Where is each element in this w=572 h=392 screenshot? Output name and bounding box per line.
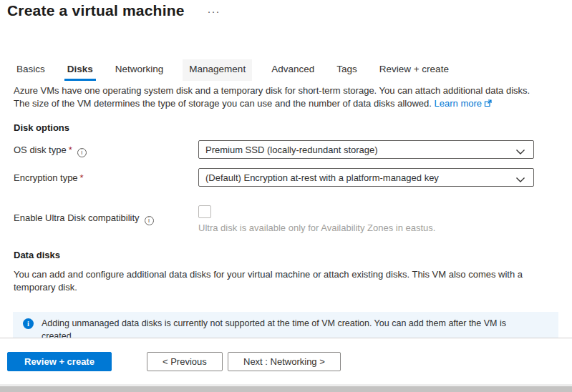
os-disk-type-value: Premium SSD (locally-redundant storage)	[205, 144, 378, 155]
encryption-type-label: Encryption type*	[14, 172, 84, 183]
disk-options-heading: Disk options	[14, 122, 69, 133]
required-asterisk: *	[69, 144, 72, 155]
page-title: Create a virtual machine	[7, 2, 185, 19]
os-disk-type-label: OS disk type*i	[14, 144, 87, 157]
info-banner: i Adding unmanaged data disks is current…	[13, 312, 558, 338]
tab-advanced[interactable]: Advanced	[268, 59, 317, 81]
more-options-button[interactable]: ···	[205, 4, 223, 19]
ultra-disk-checkbox[interactable]	[198, 205, 211, 218]
info-icon: i	[23, 318, 34, 329]
window-bottom-edge	[0, 384, 572, 392]
data-disks-heading: Data disks	[14, 250, 60, 260]
tab-networking[interactable]: Networking	[112, 59, 167, 81]
intro-line-2: The size of the VM determines the type o…	[14, 97, 565, 111]
review-create-button[interactable]: Review + create	[7, 352, 112, 371]
intro-text: Azure VMs have one operating system disk…	[14, 84, 565, 110]
tab-disks[interactable]: Disks	[64, 59, 96, 81]
os-disk-type-select[interactable]: Premium SSD (locally-redundant storage)	[198, 140, 534, 159]
tab-management[interactable]: Management	[183, 59, 252, 81]
create-vm-page: Create a virtual machine ··· Basics Disk…	[0, 0, 572, 392]
info-banner-text: Adding unmanaged data disks is currently…	[42, 317, 543, 338]
required-asterisk: *	[80, 172, 84, 183]
header: Create a virtual machine ···	[7, 2, 223, 19]
info-icon[interactable]: i	[77, 148, 87, 157]
intro-line-1: Azure VMs have one operating system disk…	[14, 84, 565, 97]
ultra-disk-helper-text: Ultra disk is available only for Availab…	[198, 222, 435, 233]
external-link-icon	[484, 98, 492, 111]
tab-basics[interactable]: Basics	[14, 59, 48, 81]
next-networking-button[interactable]: Next : Networking >	[228, 352, 341, 371]
encryption-type-value: (Default) Encryption at-rest with a plat…	[205, 172, 439, 183]
wizard-tabs: Basics Disks Networking Management Advan…	[14, 59, 468, 81]
chevron-down-icon	[515, 175, 525, 185]
data-disks-description: You can add and configure additional dat…	[14, 268, 561, 294]
wizard-footer: Review + create < Previous Next : Networ…	[0, 338, 572, 383]
tab-tags[interactable]: Tags	[334, 59, 360, 81]
chevron-down-icon	[515, 147, 525, 157]
learn-more-link[interactable]: Learn more	[435, 98, 492, 109]
tab-review-create[interactable]: Review + create	[377, 59, 452, 81]
encryption-type-select[interactable]: (Default) Encryption at-rest with a plat…	[198, 168, 534, 187]
ultra-disk-label: Enable Ultra Disk compatibilityi	[14, 212, 154, 225]
previous-button[interactable]: < Previous	[147, 352, 223, 371]
info-icon[interactable]: i	[145, 216, 154, 225]
